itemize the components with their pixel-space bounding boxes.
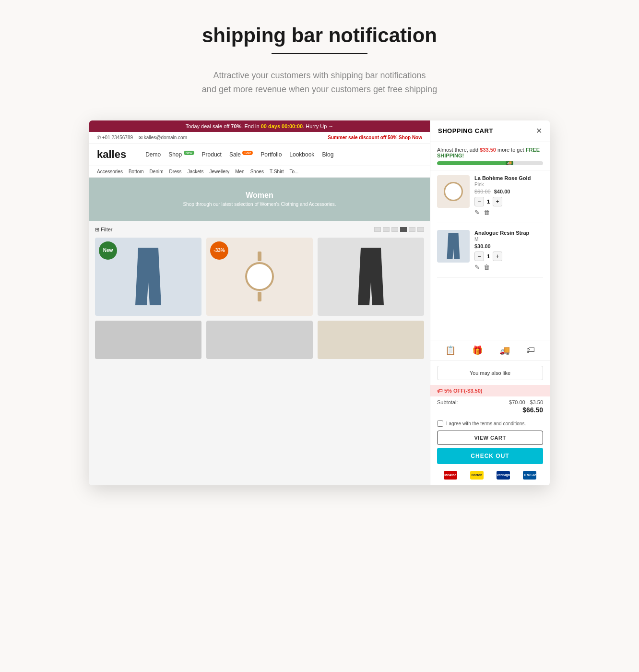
black-pants-svg (356, 248, 385, 305)
subtotal-label: Subtotal: (437, 399, 458, 405)
product-card-5[interactable] (206, 321, 313, 359)
store-logo[interactable]: kalles (97, 148, 126, 161)
products-grid: New Analogue Resin Strap $30.00 -33% (95, 238, 424, 316)
mcafee-icon: McAfee (444, 471, 457, 480)
nav-item-portfolio[interactable]: Portfolio (260, 151, 282, 158)
view-grid4[interactable] (400, 227, 407, 232)
tool-tag[interactable]: 🏷 (526, 345, 535, 356)
qty-decrease-2[interactable]: − (474, 252, 484, 261)
product-image-6 (318, 321, 424, 359)
view-icons (374, 227, 424, 232)
qty-decrease-1[interactable]: − (474, 197, 484, 206)
subtotal-row: Subtotal: $70.00 - $3.50 (437, 399, 543, 405)
cat-jackets[interactable]: Jackets (188, 169, 204, 174)
item-actions-2: ✎ 🗑 (474, 264, 543, 271)
hero-banner: Women Shop through our latest selection … (89, 178, 430, 221)
cart-item-details-2: Analogue Resin Strap M $30.00 − 1 + ✎ 🗑 (474, 230, 543, 271)
trust-truste: TRUSTe (523, 471, 536, 480)
cat-denim[interactable]: Denim (150, 169, 164, 174)
pants-svg (134, 248, 163, 305)
filter-button[interactable]: ⊞ Filter (95, 227, 113, 233)
cart-item-price-1: $60.00 $40.00 (474, 189, 543, 194)
view-grid6[interactable] (417, 227, 424, 232)
nav-item-sale[interactable]: Sale Sale (229, 151, 253, 158)
subtotal-range: $70.00 - $3.50 (509, 399, 543, 405)
subtotal-section: Subtotal: $70.00 - $3.50 $66.50 (430, 396, 550, 420)
nav-item-demo[interactable]: Demo (145, 151, 161, 158)
verisign-icon: VeriSign (497, 471, 510, 480)
qty-control-1: − 1 + (474, 197, 543, 206)
tool-gift[interactable]: 🎁 (472, 345, 483, 356)
qty-value-2: 1 (487, 253, 490, 259)
cart-item-image-1 (437, 175, 470, 208)
product-card-3[interactable]: Ridley High Waist $36.00 (318, 238, 424, 316)
checkout-button[interactable]: CHECK OUT (437, 448, 543, 464)
product-card-6[interactable] (318, 321, 424, 359)
hero-title: Women (246, 191, 273, 200)
hero-subtitle: Shop through our latest selection of Wom… (183, 202, 336, 207)
cart-items-list: La Bohème Rose Gold Pink $60.00 $40.00 −… (430, 170, 550, 340)
top-bar-left: ✆ +01 23456789 ✉ kalles@domain.com (97, 135, 187, 140)
nav-item-shop[interactable]: Shop New (168, 151, 194, 158)
cart-close-button[interactable]: ✕ (536, 127, 542, 135)
cat-more[interactable]: To... (289, 169, 298, 174)
view-list[interactable] (374, 227, 381, 232)
view-grid3[interactable] (391, 227, 398, 232)
cart-header: SHOPPING CART ✕ (430, 120, 550, 142)
view-cart-button[interactable]: VIEW CART (437, 431, 543, 445)
cat-bottom[interactable]: Bottom (129, 169, 144, 174)
cart-title: SHOPPING CART (438, 127, 493, 134)
terms-label: I agree with the terms and conditions. (446, 421, 526, 426)
item-edit-1[interactable]: ✎ (474, 209, 480, 216)
product-card-4[interactable] (95, 321, 201, 359)
watch-svg (245, 262, 274, 291)
product-card-1[interactable]: New Analogue Resin Strap $30.00 (95, 238, 201, 316)
nav-item-lookbook[interactable]: Lookbook (289, 151, 314, 158)
view-grid5[interactable] (409, 227, 415, 232)
deal-bar: Today deal sale off 70%. End in 00 days … (89, 120, 430, 132)
discount-tag: 🏷 5% OFF(-$3.50) (437, 388, 482, 394)
shipping-progress-bar: 🚚 (437, 161, 543, 165)
summer-sale-info: Summer sale discount off 50% Shop Now (328, 135, 422, 140)
product-badge-sale: -33% (210, 241, 228, 260)
item-edit-2[interactable]: ✎ (474, 264, 480, 271)
product-image-5 (206, 321, 313, 359)
item-delete-2[interactable]: 🗑 (484, 264, 490, 271)
page-title: shipping bar notification (202, 24, 437, 47)
nav-item-blog[interactable]: Blog (322, 151, 333, 158)
title-divider (272, 53, 367, 54)
tool-clipboard[interactable]: 📋 (445, 345, 456, 356)
product-card-2[interactable]: -33% La Bohème Rose Gold $60.00 $40.00 (206, 238, 313, 316)
qty-control-2: − 1 + (474, 252, 543, 261)
qty-increase-2[interactable]: + (493, 252, 502, 261)
trust-mcafee: McAfee (444, 471, 457, 480)
cat-accessories[interactable]: Accessories (97, 169, 123, 174)
cat-dress[interactable]: Dress (169, 169, 182, 174)
may-also-like-button[interactable]: You may also like (437, 366, 543, 380)
view-grid2[interactable] (383, 227, 390, 232)
item-delete-1[interactable]: 🗑 (484, 209, 490, 216)
item-actions-1: ✎ 🗑 (474, 209, 543, 216)
cart-item-name-2: Analogue Resin Strap (474, 230, 543, 236)
tool-truck[interactable]: 🚚 (499, 345, 510, 356)
svg-marker-2 (447, 233, 460, 259)
category-nav: Accessories Bottom Denim Dress Jackets J… (89, 166, 430, 178)
main-nav: kalles Demo Shop New Product Sale Sale P… (89, 144, 430, 166)
cat-men[interactable]: Men (235, 169, 244, 174)
cat-tshirt[interactable]: T-Shirt (270, 169, 284, 174)
cat-jewellery[interactable]: Jewellery (210, 169, 230, 174)
shop-badge: New (184, 151, 194, 155)
qty-increase-1[interactable]: + (493, 197, 502, 206)
cart-side: SHOPPING CART ✕ Almost there, add $33.50… (430, 120, 550, 485)
product-image-2: -33% (206, 238, 313, 316)
cart-item-1: La Bohème Rose Gold Pink $60.00 $40.00 −… (437, 175, 543, 223)
terms-checkbox[interactable] (437, 420, 443, 427)
cart-item-details-1: La Bohème Rose Gold Pink $60.00 $40.00 −… (474, 175, 543, 216)
cat-shoes[interactable]: Shoes (250, 169, 264, 174)
cart-item-image-2 (437, 230, 470, 263)
store-side: Today deal sale off 70%. End in 00 days … (89, 120, 430, 485)
product-badge-new: New (99, 241, 117, 260)
nav-items: Demo Shop New Product Sale Sale Portfoli… (145, 151, 333, 158)
nav-item-product[interactable]: Product (202, 151, 222, 158)
cart-pants-svg (446, 233, 461, 259)
